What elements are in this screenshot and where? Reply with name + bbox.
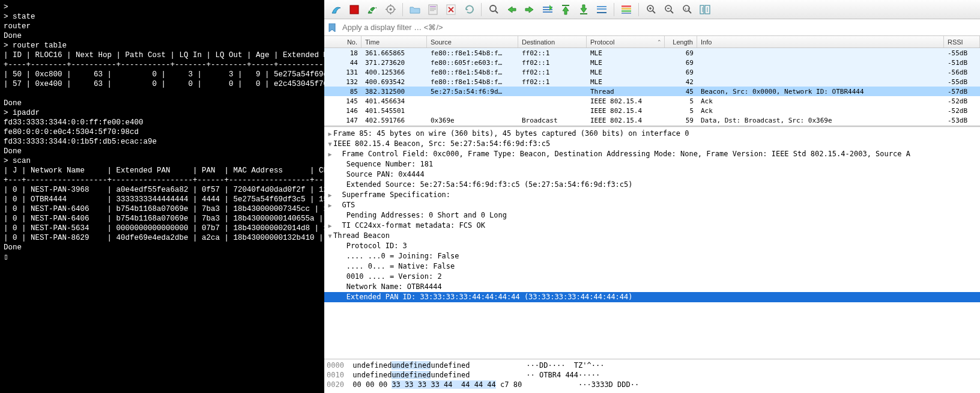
svg-rect-22 [597,6,606,7]
detail-line[interactable]: Protocol ID: 3 [324,241,980,251]
packet-row[interactable]: 85382.3125005e:27:5a:54:f6:9d…Thread45Be… [324,87,980,96]
svg-line-16 [495,11,498,13]
open-folder-icon[interactable] [407,2,423,17]
column-protocol[interactable]: Protocol⌃ [587,36,665,47]
packet-list-pane[interactable]: No. Time Source Destination Protocol⌃ Le… [324,36,980,126]
detail-line[interactable]: ▼Thread Beacon [324,231,980,241]
hex-line[interactable]: 0020 00 00 00 33 33 33 33 44 44 44 44 c7… [327,380,978,389]
packet-row[interactable]: 145401.456634IEEE 802.15.45Ack-52dB [324,96,980,106]
packet-row[interactable]: 132400.693542fe80::f8e1:54b8:f…ff02::1ML… [324,77,980,87]
save-icon[interactable] [425,2,441,17]
detail-line[interactable]: ▶ TI CC24xx-format metadata: FCS OK [324,221,980,231]
detail-line[interactable]: ▶ GTS [324,200,980,210]
packet-details-pane[interactable]: ▶Frame 85: 45 bytes on wire (360 bits), … [324,127,980,359]
column-destination[interactable]: Destination [518,36,587,47]
zoom-reset-icon[interactable]: 1:1 [679,2,695,17]
svg-rect-19 [543,11,552,13]
svg-rect-39 [700,5,704,14]
svg-rect-8 [430,6,436,7]
svg-rect-26 [622,8,631,10]
zoom-out-icon[interactable] [661,2,677,17]
hex-line[interactable]: 0000 undefinedundefinedundefined ···DD··… [327,361,978,370]
bookmark-icon[interactable] [327,22,337,33]
svg-point-15 [490,5,496,11]
packet-row[interactable]: 131400.125366fe80::f8e1:54b8:f…ff02::1ML… [324,67,980,77]
svg-point-2 [389,8,392,11]
column-source[interactable]: Source [427,36,518,47]
next-arrow-icon[interactable] [521,2,538,17]
terminal-pane[interactable]: > > state router Done > router table | I… [0,0,324,393]
svg-rect-9 [430,8,436,8]
column-rssi[interactable]: RSSI [944,36,980,47]
svg-rect-23 [597,8,606,10]
svg-rect-0 [350,5,358,14]
detail-line[interactable]: .... 0... = Native: False [324,261,980,272]
svg-text:1:1: 1:1 [685,7,690,11]
packet-row[interactable]: 146401.545501IEEE 802.15.45Ack-52dB [324,106,980,115]
restart-icon[interactable] [364,2,381,17]
detail-line[interactable]: Extended Source: 5e:27:5a:54:f6:9d:f3:c5… [324,180,980,190]
detail-line[interactable]: Sequence Number: 181 [324,159,980,169]
hex-line[interactable]: 0010 undefinedundefinedundefined ·· OTBR… [327,370,978,380]
options-icon[interactable] [382,2,399,17]
detail-line[interactable]: ▼IEEE 802.15.4 Beacon, Src: 5e:27:5a:54:… [324,139,980,149]
close-file-icon[interactable] [443,2,459,17]
detail-line[interactable]: Source PAN: 0x4444 [324,169,980,180]
go-last-icon[interactable] [575,2,592,17]
fin-icon[interactable] [328,2,345,17]
packet-row[interactable]: 18361.665865fe80::f8e1:54b8:f…ff02::1MLE… [324,48,980,58]
svg-rect-10 [430,9,436,10]
detail-line[interactable]: ▶ Superframe Specification: [324,190,980,200]
svg-rect-24 [597,12,606,13]
search-icon[interactable] [485,2,502,17]
reload-icon[interactable] [461,2,477,17]
stop-icon[interactable] [346,2,363,17]
prev-arrow-icon[interactable] [503,2,520,17]
packet-row[interactable]: 147402.5917660x369eBroadcastIEEE 802.15.… [324,115,980,125]
zoom-in-icon[interactable] [643,2,659,17]
svg-rect-28 [622,13,631,14]
detail-line[interactable]: ▶Frame 85: 45 bytes on wire (360 bits), … [324,129,980,139]
svg-line-30 [653,11,655,13]
detail-line[interactable]: .... ...0 = Joining: False [324,251,980,261]
detail-line[interactable]: 0010 .... = Version: 2 [324,272,980,282]
colorize-icon[interactable] [618,2,635,17]
display-filter-bar [324,19,980,36]
detail-line[interactable]: Pending Addresses: 0 Short and 0 Long [324,210,980,221]
detail-line[interactable]: Extended PAN ID: 33:33:33:33:44:44:44:44… [324,292,980,302]
detail-line[interactable]: ▶ Frame Control Field: 0xc000, Frame Typ… [324,149,980,159]
packet-bytes-pane[interactable]: 0000 undefinedundefinedundefined ···DD··… [324,359,980,393]
wireshark-window: 1:1 No. Time Source Destination Protocol… [324,0,980,393]
packet-list-header: No. Time Source Destination Protocol⌃ Le… [324,36,980,48]
detail-line[interactable]: Network Name: OTBR4444 [324,282,980,292]
display-filter-input[interactable] [340,21,978,34]
svg-rect-11 [430,10,434,11]
autoscroll-icon[interactable] [593,2,610,17]
main-toolbar: 1:1 [324,0,980,19]
svg-rect-25 [622,5,631,7]
column-length[interactable]: Length [665,36,697,47]
go-first-icon[interactable] [557,2,574,17]
packet-row[interactable]: 148402.9193110x369eBroadcastIEEE 802.15.… [324,125,980,126]
svg-rect-27 [622,10,631,12]
jump-to-icon[interactable] [539,2,556,17]
svg-line-37 [689,11,691,13]
resize-columns-icon[interactable] [697,2,713,17]
column-info[interactable]: Info [697,36,944,47]
column-time[interactable]: Time [361,36,427,47]
packet-row[interactable]: 44371.273620fe80::605f:e603:f…ff02::1MLE… [324,58,980,67]
column-no[interactable]: No. [324,36,361,47]
svg-line-34 [671,11,673,13]
